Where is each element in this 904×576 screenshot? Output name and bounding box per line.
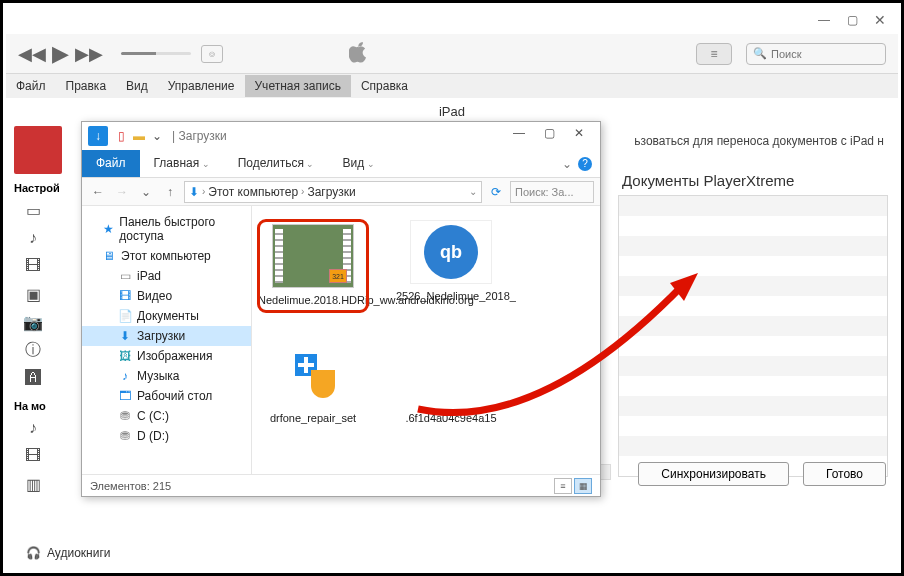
- next-track-button[interactable]: ▶▶: [75, 43, 103, 65]
- sync-button[interactable]: Синхронизировать: [638, 462, 789, 486]
- minimize-button[interactable]: —: [810, 10, 838, 30]
- tree-item[interactable]: 🎞Видео: [82, 286, 251, 306]
- tree-icon: ⛃: [118, 429, 132, 443]
- documents-list[interactable]: [618, 195, 888, 477]
- search-box[interactable]: 🔍: [746, 43, 886, 65]
- tree-icon: 🎞: [118, 289, 132, 303]
- tree-item[interactable]: ⬇Загрузки: [82, 326, 251, 346]
- ribbon-home[interactable]: Главная: [140, 150, 224, 177]
- tree-label: D (D:): [137, 429, 169, 443]
- nav-up[interactable]: ↑: [160, 182, 180, 202]
- ondevice-movies-icon[interactable]: 🎞: [22, 446, 44, 466]
- qat-dropdown-icon[interactable]: ⌄: [148, 129, 166, 143]
- nav-back[interactable]: ←: [88, 182, 108, 202]
- file-torrent[interactable]: qb 2526_Nedelimue_2018_: [396, 220, 506, 312]
- exp-minimize[interactable]: —: [504, 126, 534, 146]
- ribbon-expand-icon[interactable]: ⌄: [562, 157, 572, 171]
- qbittorrent-icon: qb: [424, 225, 478, 279]
- ondevice-music-icon[interactable]: ♪: [22, 418, 44, 438]
- summary-icon[interactable]: ▭: [22, 200, 44, 220]
- tree-icon: ♪: [118, 369, 132, 383]
- tree-icon: ⛃: [118, 409, 132, 423]
- music-icon[interactable]: ♪: [22, 228, 44, 248]
- prev-track-button[interactable]: ◀◀: [18, 43, 46, 65]
- crumb-pc[interactable]: Этот компьютер: [208, 185, 298, 199]
- explorer-ribbon: Файл Главная Поделиться Вид ⌄ ?: [82, 150, 600, 178]
- filesharing-icon[interactable]: 🅰: [22, 368, 44, 388]
- nav-history[interactable]: ⌄: [136, 182, 156, 202]
- downloads-icon: ⬇: [189, 185, 199, 199]
- view-icons-button[interactable]: ▦: [574, 478, 592, 494]
- explorer-titlebar: ↓ ▯ ▬ ⌄ | Загрузки — ▢ ✕: [82, 122, 600, 150]
- view-details-button[interactable]: ≡: [554, 478, 572, 494]
- file-label: 2526_Nedelimue_2018_: [396, 290, 506, 302]
- qat-pin-icon[interactable]: ▯: [112, 129, 130, 143]
- info-text: ьзоваться для переноса документов с iPad…: [634, 134, 884, 148]
- close-button[interactable]: ✕: [866, 10, 894, 30]
- drfone-icon: [289, 350, 337, 398]
- tree-label: iPad: [137, 269, 161, 283]
- ribbon-share[interactable]: Поделиться: [224, 150, 329, 177]
- menu-account[interactable]: Учетная запись: [245, 75, 351, 97]
- file-drfone[interactable]: drfone_repair_set: [258, 342, 368, 424]
- ribbon-view[interactable]: Вид: [329, 150, 389, 177]
- menu-file[interactable]: Файл: [6, 75, 56, 97]
- crumb-downloads[interactable]: Загрузки: [307, 185, 355, 199]
- device-thumb[interactable]: [14, 126, 62, 174]
- tree-item[interactable]: 🖼Изображения: [82, 346, 251, 366]
- play-button[interactable]: ▶: [52, 41, 69, 67]
- qat-down-icon[interactable]: ↓: [88, 126, 108, 146]
- file-video-nedelimue[interactable]: 321 Nedelimue.2018.HDRip_ww.androidkino.…: [258, 220, 368, 312]
- refresh-button[interactable]: ⟳: [486, 182, 506, 202]
- tree-label: Этот компьютер: [121, 249, 211, 263]
- exp-maximize[interactable]: ▢: [534, 126, 564, 146]
- help-icon[interactable]: ?: [578, 157, 592, 171]
- file-label: Nedelimue.2018.HDRip_ww.androidkino.org: [258, 294, 368, 306]
- tree-icon: 🖼: [118, 349, 132, 363]
- maximize-button[interactable]: ▢: [838, 10, 866, 30]
- volume-slider[interactable]: [121, 52, 191, 55]
- explorer-window: ↓ ▯ ▬ ⌄ | Загрузки — ▢ ✕ Файл Главная По…: [81, 121, 601, 497]
- tree-item[interactable]: ♪Музыка: [82, 366, 251, 386]
- tree-item[interactable]: ★Панель быстрого доступа: [82, 212, 251, 246]
- exp-close[interactable]: ✕: [564, 126, 594, 146]
- tree-icon: 📄: [118, 309, 132, 323]
- nav-fwd[interactable]: →: [112, 182, 132, 202]
- search-input[interactable]: [771, 48, 879, 60]
- tree-label: Документы: [137, 309, 199, 323]
- menu-help[interactable]: Справка: [351, 75, 418, 97]
- ondevice-books-icon[interactable]: ▥: [22, 474, 44, 494]
- file-hexname[interactable]: .6f1d4a04c9e4a15: [396, 342, 506, 424]
- documents-panel: Документы PlayerXtreme: [618, 166, 888, 477]
- tree-item[interactable]: 📄Документы: [82, 306, 251, 326]
- qat-folder-icon[interactable]: ▬: [130, 129, 148, 143]
- tree-icon: ★: [102, 222, 114, 236]
- tree-item[interactable]: ⛃D (D:): [82, 426, 251, 446]
- photos-icon[interactable]: 📷: [22, 312, 44, 332]
- tv-icon[interactable]: ▣: [22, 284, 44, 304]
- done-button[interactable]: Готово: [803, 462, 886, 486]
- airplay-button[interactable]: ⌾: [201, 45, 223, 63]
- menu-edit[interactable]: Правка: [56, 75, 117, 97]
- ribbon-file[interactable]: Файл: [82, 150, 140, 177]
- tree-item[interactable]: 🗔Рабочий стол: [82, 386, 251, 406]
- crumb-dropdown-icon[interactable]: ⌄: [469, 186, 477, 197]
- sidebar-item-audiobooks[interactable]: 🎧 Аудиокниги: [26, 546, 111, 560]
- tree-label: Изображения: [137, 349, 212, 363]
- breadcrumb[interactable]: ⬇ › Этот компьютер › Загрузки ⌄: [184, 181, 482, 203]
- tree-item[interactable]: ⛃C (C:): [82, 406, 251, 426]
- tree-item[interactable]: ▭iPad: [82, 266, 251, 286]
- tree-icon: 🖥: [102, 249, 116, 263]
- sidebar-section-settings: Настрой: [6, 180, 71, 196]
- explorer-search[interactable]: Поиск: За...: [510, 181, 594, 203]
- tree-label: Панель быстрого доступа: [119, 215, 245, 243]
- search-icon: 🔍: [753, 47, 767, 60]
- file-label: .6f1d4a04c9e4a15: [396, 412, 506, 424]
- movies-icon[interactable]: 🎞: [22, 256, 44, 276]
- explorer-addressbar: ← → ⌄ ↑ ⬇ › Этот компьютер › Загрузки ⌄ …: [82, 178, 600, 206]
- tree-item[interactable]: 🖥Этот компьютер: [82, 246, 251, 266]
- list-view-button[interactable]: ≡: [696, 43, 732, 65]
- menu-view[interactable]: Вид: [116, 75, 158, 97]
- info-icon[interactable]: ⓘ: [22, 340, 44, 360]
- menu-controls[interactable]: Управление: [158, 75, 245, 97]
